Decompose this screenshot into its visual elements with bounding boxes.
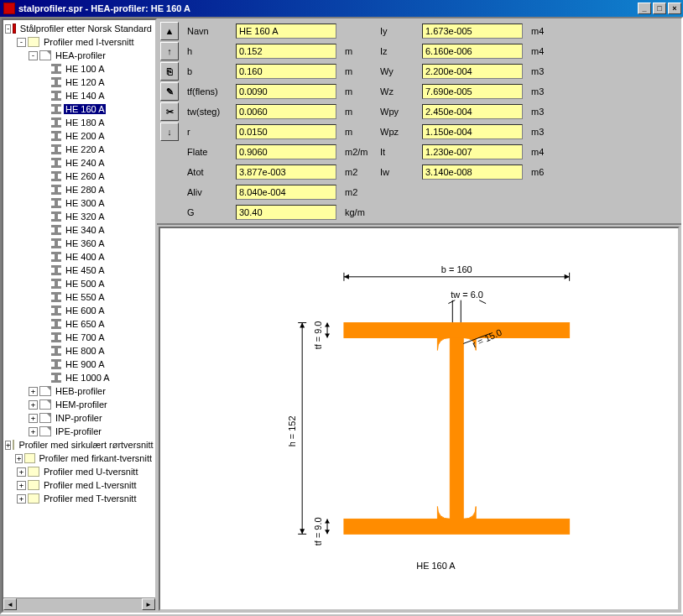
expander-icon[interactable]: + [17, 467, 26, 477]
tree-item-he-220-a[interactable]: HE 220 A [5, 143, 154, 156]
field-value-Iy[interactable]: 1.673e-005 [422, 23, 523, 39]
field-value-Flate[interactable]: 0.9060 [236, 144, 336, 159]
close-button[interactable]: × [668, 3, 681, 14]
tree-item-he-400-a[interactable]: HE 400 A [5, 250, 154, 264]
field-value-r[interactable]: 0.0150 [236, 124, 336, 139]
field-value-Wpy[interactable]: 2.450e-004 [422, 104, 523, 119]
ibeam-icon [51, 104, 61, 114]
field-label-b: b [187, 64, 227, 79]
expander-icon[interactable]: + [29, 427, 38, 436]
expander-icon [40, 199, 50, 208]
tree-item-he-280-a[interactable]: HE 280 A [5, 183, 154, 196]
field-value-It[interactable]: 1.230e-007 [422, 144, 523, 159]
tree-item-he-650-a[interactable]: HE 650 A [5, 317, 154, 331]
tree-group-i[interactable]: -Profiler med I-tversnitt [5, 35, 154, 49]
tree-item-he-340-a[interactable]: HE 340 A [5, 223, 154, 237]
tree-item-he-160-a[interactable]: HE 160 A [5, 102, 154, 116]
tree-group-ipe-profiler[interactable]: +IPE-profiler [5, 425, 154, 438]
empty [380, 185, 414, 200]
tree-group-inp-profiler[interactable]: +INP-profiler [5, 411, 154, 425]
ibeam-icon [51, 225, 61, 235]
tree-group-other[interactable]: +Profiler med sirkulært rørtversnitt [5, 438, 154, 452]
tree-item-he-360-a[interactable]: HE 360 A [5, 237, 154, 250]
move-up-button[interactable]: ↑ [160, 42, 179, 60]
expander-icon[interactable]: + [17, 494, 26, 504]
ibeam-icon [51, 238, 61, 248]
tree-item-he-450-a[interactable]: HE 450 A [5, 264, 154, 277]
tree-hea-group[interactable]: -HEA-profiler [5, 49, 154, 62]
field-value-tf(flens)[interactable]: 0.0090 [236, 84, 336, 99]
ibeam-icon [51, 292, 61, 302]
expander-icon[interactable]: + [29, 400, 38, 410]
ibeam-icon [51, 279, 61, 289]
expander-icon[interactable]: + [15, 454, 23, 463]
expander-icon [40, 105, 50, 114]
field-value-Wz[interactable]: 7.690e-005 [422, 84, 523, 99]
tree-item-he-800-a[interactable]: HE 800 A [5, 344, 154, 358]
tree-item-he-900-a[interactable]: HE 900 A [5, 358, 154, 371]
move-down-button[interactable]: ↓ [160, 123, 179, 141]
tree-item-he-120-a[interactable]: HE 120 A [5, 76, 154, 89]
ibeam-icon [51, 373, 61, 383]
tree-label: HE 220 A [64, 144, 106, 154]
tree-item-he-200-a[interactable]: HE 200 A [5, 129, 154, 143]
scroll-left-button[interactable]: ◄ [3, 598, 17, 610]
expander-icon[interactable]: - [17, 38, 26, 47]
field-unit-Navn [345, 23, 372, 39]
minimize-button[interactable]: _ [638, 3, 651, 14]
tree-label: Profiler med U-tversnitt [42, 467, 139, 477]
tree-item-he-600-a[interactable]: HE 600 A [5, 304, 154, 317]
field-label-Aliv: Aliv [187, 185, 227, 200]
field-value-G[interactable]: 30.40 [236, 205, 336, 220]
ibeam-icon [51, 346, 61, 356]
field-value-Iw[interactable]: 3.140e-008 [422, 164, 523, 180]
field-value-tw(steg)[interactable]: 0.0060 [236, 104, 336, 119]
expander-icon[interactable]: - [5, 24, 11, 34]
tree-item-he-140-a[interactable]: HE 140 A [5, 89, 154, 102]
tree-item-he-500-a[interactable]: HE 500 A [5, 277, 154, 290]
tree-group-other[interactable]: +Profiler med U-tversnitt [5, 465, 154, 478]
field-value-Atot[interactable]: 3.877e-003 [236, 164, 336, 180]
field-value-b[interactable]: 0.160 [236, 64, 336, 79]
maximize-button[interactable]: □ [653, 3, 666, 14]
tree-item-he-1000-a[interactable]: HE 1000 A [5, 371, 154, 384]
tree-root[interactable]: -Stålprofiler etter Norsk Standard [5, 22, 154, 35]
expander-icon[interactable]: - [29, 51, 38, 60]
tool-button[interactable]: ✎ [160, 82, 179, 101]
tree-item-he-550-a[interactable]: HE 550 A [5, 290, 154, 304]
tree-group-heb-profiler[interactable]: +HEB-profiler [5, 384, 154, 398]
expander-icon [40, 373, 50, 383]
field-value-Aliv[interactable]: 8.040e-004 [236, 185, 336, 200]
expander-icon [40, 226, 50, 235]
tree-item-he-320-a[interactable]: HE 320 A [5, 210, 154, 223]
expander-icon[interactable]: + [29, 414, 38, 423]
tree-item-he-300-a[interactable]: HE 300 A [5, 196, 154, 210]
expander-icon[interactable]: + [17, 481, 26, 490]
tree-item-he-260-a[interactable]: HE 260 A [5, 170, 154, 183]
tree-item-he-700-a[interactable]: HE 700 A [5, 331, 154, 344]
tree-group-hem-profiler[interactable]: +HEM-profiler [5, 398, 154, 411]
tree-item-he-240-a[interactable]: HE 240 A [5, 156, 154, 170]
field-value-Wpz[interactable]: 1.150e-004 [422, 124, 523, 139]
field-value-h[interactable]: 0.152 [236, 44, 336, 59]
move-first-button[interactable]: ▲ [160, 22, 179, 40]
ibeam-icon [51, 117, 61, 128]
svg-rect-7 [450, 337, 463, 519]
field-value-Wy[interactable]: 2.200e-004 [422, 64, 523, 79]
svg-rect-5 [344, 323, 570, 338]
expander-icon[interactable]: + [29, 387, 38, 396]
expander-icon[interactable]: + [5, 441, 11, 450]
scroll-right-button[interactable]: ► [142, 598, 155, 610]
tree-group-other[interactable]: +Profiler med L-tversnitt [5, 478, 154, 492]
ibeam-icon [51, 91, 61, 101]
tree-group-other[interactable]: +Profiler med T-tversnitt [5, 492, 154, 505]
horizontal-scrollbar[interactable]: ◄ ► [3, 598, 155, 611]
tree-label: HE 650 A [64, 319, 106, 329]
copy-button[interactable]: ⎘ [160, 62, 179, 81]
field-value-Iz[interactable]: 6.160e-006 [422, 44, 523, 59]
tree-item-he-180-a[interactable]: HE 180 A [5, 116, 154, 129]
tree-item-he-100-a[interactable]: HE 100 A [5, 62, 154, 76]
tree-group-other[interactable]: +Profiler med firkant-tversnitt [5, 452, 154, 465]
cut-button[interactable]: ✂ [160, 102, 179, 121]
field-value-Navn[interactable]: HE 160 A [236, 23, 336, 39]
